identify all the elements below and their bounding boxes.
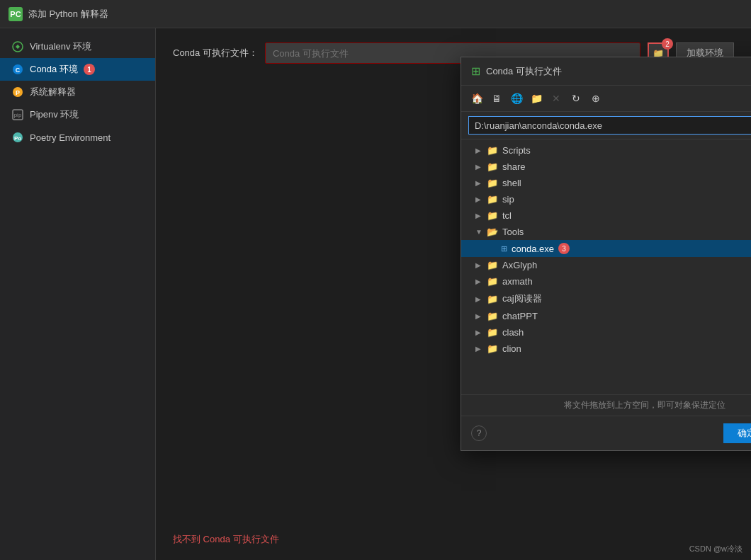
network-toolbar-btn[interactable]: 🌐 [508, 90, 525, 107]
folder-icon-axmath: 📁 [487, 276, 498, 287]
file-icon-conda: ⊞ [501, 244, 507, 253]
arrow-axglyph: ▶ [475, 261, 482, 269]
credit-text: CSDN @w冷淡 [689, 544, 742, 554]
tree-item-caj-label: caj阅读器 [502, 292, 542, 305]
sidebar-item-pipenv[interactable]: pip Pipenv 环境 [0, 103, 155, 126]
virtualenv-icon [11, 40, 24, 53]
dialog-toolbar: 🏠 🖥 🌐 📁 ✕ ↻ ⊕ 隐藏路径 [461, 86, 751, 112]
sidebar-item-system-label: 系统解释器 [30, 86, 76, 98]
folder-icon-caj: 📁 [487, 294, 498, 304]
dialog-footer: ? 确定 取消 [461, 416, 751, 450]
conda-exe-badge: 3 [558, 243, 570, 254]
arrow-shell: ▶ [475, 179, 482, 187]
desktop-toolbar-btn[interactable]: 🖥 [488, 90, 505, 107]
dialog-title: ⊞ Conda 可执行文件 [471, 64, 562, 78]
ok-button[interactable]: 确定 [723, 423, 751, 443]
tree-item-shell-label: shell [502, 178, 521, 188]
dialog-actions: 确定 取消 [723, 423, 751, 443]
tree-item-clion-label: clion [502, 343, 521, 354]
tree-item-clash-label: clash [502, 327, 524, 338]
toolbar-buttons: 🏠 🖥 🌐 📁 ✕ ↻ ⊕ [468, 90, 604, 107]
arrow-share: ▶ [475, 163, 482, 171]
arrow-tcl: ▶ [475, 212, 482, 219]
tree-item-axmath[interactable]: ▶ 📁 axmath [461, 273, 751, 290]
tree-item-tools[interactable]: ▼ 📂 Tools [461, 224, 751, 240]
browse-badge: 2 [662, 38, 673, 50]
file-dialog: ⊞ Conda 可执行文件 × 🏠 🖥 🌐 📁 ✕ ↻ ⊕ 隐藏路径 [461, 57, 751, 451]
svg-text:pip: pip [14, 112, 22, 118]
path-row: ▾ [461, 112, 751, 139]
folder-icon-tcl: 📁 [487, 210, 498, 221]
content-area: Conda 可执行文件： 📁 2 加载环境 ⊞ Conda 可执行文件 × [156, 28, 751, 560]
poetry-icon: Po [11, 131, 24, 144]
new-folder-toolbar-btn[interactable]: 📁 [528, 90, 545, 107]
arrow-sip: ▶ [475, 195, 482, 203]
refresh-toolbar-btn[interactable]: ↻ [568, 90, 585, 107]
sidebar-item-conda[interactable]: C Conda 环境 1 [0, 58, 155, 81]
sidebar-item-virtualenv[interactable]: Virtualenv 环境 [0, 35, 155, 58]
sidebar-item-poetry-label: Poetry Environment [30, 132, 111, 143]
tree-item-axmath-label: axmath [502, 276, 533, 287]
title-bar: PC 添加 Python 解释器 [0, 0, 751, 28]
dialog-icon: ⊞ [471, 64, 480, 78]
conda-badge: 1 [84, 64, 95, 75]
error-message: 找不到 Conda 可执行文件 [173, 533, 279, 546]
file-tree[interactable]: ▶ 📁 Scripts ▶ 📁 share ▶ 📁 shell ▶ 📁 [461, 139, 751, 394]
system-icon: P [11, 86, 24, 98]
home-toolbar-btn[interactable]: 🏠 [468, 90, 485, 107]
path-input[interactable] [468, 116, 751, 135]
app-icon: PC [9, 7, 23, 21]
tree-item-conda-exe-label: conda.exe [512, 244, 554, 254]
conda-label: Conda 可执行文件： [173, 47, 258, 59]
tree-item-axglyph-label: AxGlyph [502, 260, 537, 270]
folder-icon-clash: 📁 [487, 327, 498, 338]
sidebar: Virtualenv 环境 C Conda 环境 1 P 系统解释器 [0, 28, 156, 560]
arrow-chatppt: ▶ [475, 312, 482, 320]
tree-item-clash[interactable]: ▶ 📁 clash [461, 324, 751, 341]
folder-icon-tools: 📂 [487, 227, 498, 237]
arrow-tools: ▼ [475, 228, 482, 236]
folder-icon-axglyph: 📁 [487, 260, 498, 270]
folder-icon-clion: 📁 [487, 343, 498, 354]
help-button[interactable]: ? [471, 425, 487, 441]
folder-icon-sip: 📁 [487, 194, 498, 205]
main-container: Virtualenv 环境 C Conda 环境 1 P 系统解释器 [0, 28, 751, 560]
tree-item-share-label: share [502, 161, 526, 172]
svg-text:Po: Po [14, 135, 21, 142]
sidebar-item-virtualenv-label: Virtualenv 环境 [30, 40, 91, 53]
tree-item-axglyph[interactable]: ▶ 📁 AxGlyph [461, 257, 751, 273]
search-toolbar-btn[interactable]: ⊕ [587, 90, 604, 107]
folder-icon-share: 📁 [487, 161, 498, 172]
arrow-scripts: ▶ [475, 147, 482, 154]
sidebar-item-system[interactable]: P 系统解释器 [0, 81, 155, 103]
tree-item-scripts[interactable]: ▶ 📁 Scripts [461, 142, 751, 159]
delete-toolbar-btn[interactable]: ✕ [548, 90, 565, 107]
sidebar-item-conda-label: Conda 环境 [30, 63, 78, 76]
sidebar-item-poetry[interactable]: Po Poetry Environment [0, 126, 155, 149]
tree-item-clion[interactable]: ▶ 📁 clion [461, 341, 751, 357]
tree-item-tcl-label: tcl [502, 210, 512, 221]
tree-item-sip[interactable]: ▶ 📁 sip [461, 191, 751, 207]
sidebar-item-pipenv-label: Pipenv 环境 [30, 108, 79, 121]
tree-item-conda-exe[interactable]: ⊞ conda.exe 3 [461, 240, 751, 257]
svg-text:C: C [16, 67, 21, 74]
tree-item-chatppt-label: chatPPT [502, 311, 538, 321]
tree-item-sip-label: sip [502, 194, 514, 205]
tree-item-share[interactable]: ▶ 📁 share [461, 159, 751, 175]
arrow-axmath: ▶ [475, 278, 482, 285]
drop-hint: 将文件拖放到上方空间，即可对象保进定位 [461, 394, 751, 416]
tree-item-chatppt[interactable]: ▶ 📁 chatPPT [461, 308, 751, 324]
tree-item-shell[interactable]: ▶ 📁 shell [461, 175, 751, 191]
dialog-header: ⊞ Conda 可执行文件 × [461, 57, 751, 86]
svg-text:P: P [16, 89, 20, 96]
folder-icon-scripts: 📁 [487, 145, 498, 156]
pipenv-icon: pip [11, 108, 24, 121]
conda-icon: C [11, 63, 24, 76]
tree-item-caj[interactable]: ▶ 📁 caj阅读器 [461, 290, 751, 308]
arrow-caj: ▶ [475, 295, 482, 303]
tree-item-tcl[interactable]: ▶ 📁 tcl [461, 207, 751, 224]
folder-icon-chatppt: 📁 [487, 311, 498, 321]
tree-item-tools-label: Tools [502, 227, 524, 237]
tree-item-scripts-label: Scripts [502, 145, 531, 156]
window-title: 添加 Python 解释器 [28, 8, 108, 21]
